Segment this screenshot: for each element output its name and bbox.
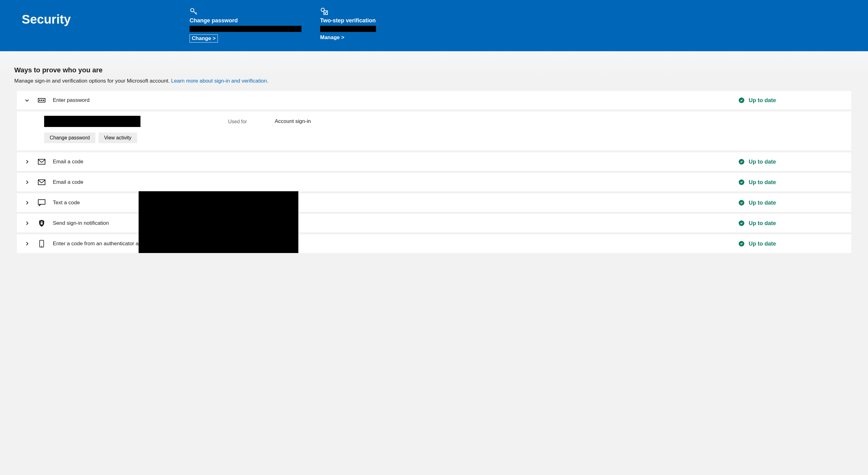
chevron-right-icon	[24, 159, 30, 164]
status-text: Up to date	[749, 220, 776, 227]
section-desc-text: Manage sign-in and verification options …	[14, 78, 171, 84]
status-text: Up to date	[749, 179, 776, 185]
svg-rect-12	[41, 223, 42, 225]
used-for-value: Account sign-in	[275, 111, 311, 143]
method-label: Enter password	[53, 97, 732, 103]
method-status: Up to date	[739, 97, 844, 104]
status-text: Up to date	[749, 241, 776, 247]
sms-icon	[37, 199, 46, 206]
phone-icon	[37, 240, 46, 247]
chevron-right-icon	[24, 241, 30, 246]
method-status: Up to date	[739, 220, 844, 227]
method-label: Email a code	[53, 179, 732, 185]
chevron-right-icon	[24, 200, 30, 205]
svg-line-2	[196, 12, 197, 13]
check-icon	[739, 159, 744, 165]
check-icon	[739, 179, 744, 185]
method-row-email[interactable]: Email a code Up to date	[17, 152, 851, 171]
change-password-card: Change password Change >	[190, 7, 302, 42]
main-content: Ways to prove who you are Manage sign-in…	[0, 51, 868, 253]
page-title: Security	[22, 7, 171, 26]
method-label: Email a code	[53, 159, 732, 165]
method-status: Up to date	[739, 159, 844, 165]
status-text: Up to date	[749, 200, 776, 206]
key-icon	[190, 7, 302, 15]
check-icon	[739, 98, 744, 103]
learn-more-link[interactable]: Learn more about sign-in and verificatio…	[171, 78, 269, 84]
mail-icon	[37, 158, 46, 166]
status-text: Up to date	[749, 159, 776, 165]
method-status: Up to date	[739, 200, 844, 206]
change-password-link[interactable]: Change >	[190, 34, 218, 42]
chevron-right-icon	[24, 221, 30, 226]
check-icon	[739, 220, 744, 226]
redacted-info	[320, 26, 376, 32]
manage-two-step-link[interactable]: Manage >	[320, 34, 432, 41]
svg-point-6	[39, 100, 40, 101]
svg-rect-11	[38, 200, 45, 204]
shield-check-icon	[320, 7, 432, 15]
method-row-email[interactable]: Email a code Up to date	[17, 173, 851, 192]
svg-point-0	[190, 8, 194, 12]
svg-rect-9	[38, 159, 45, 164]
redacted-info	[44, 116, 141, 127]
check-icon	[739, 200, 744, 206]
check-icon	[739, 241, 744, 246]
change-password-title: Change password	[190, 18, 302, 24]
svg-rect-10	[38, 180, 45, 185]
method-row-password[interactable]: Enter password Up to date	[17, 91, 851, 110]
view-activity-button[interactable]: View activity	[98, 133, 137, 143]
section-description: Manage sign-in and verification options …	[14, 78, 854, 84]
two-step-title: Two-step verification	[320, 18, 432, 24]
method-status: Up to date	[739, 241, 844, 247]
status-text: Up to date	[749, 97, 776, 104]
security-header: Security Change password Change > Two-st…	[0, 0, 868, 51]
redacted-info	[190, 26, 302, 32]
chevron-down-icon	[24, 98, 30, 103]
redacted-overlay	[138, 191, 298, 253]
method-status: Up to date	[739, 179, 844, 185]
shield-lock-icon	[37, 219, 46, 227]
used-for-label: Used for	[228, 111, 275, 143]
chevron-right-icon	[24, 180, 30, 185]
mail-icon	[37, 178, 46, 186]
change-password-button[interactable]: Change password	[44, 133, 95, 143]
svg-point-7	[41, 100, 42, 101]
section-title: Ways to prove who you are	[14, 66, 854, 74]
password-expanded-panel: Change password View activity Used for A…	[17, 111, 851, 150]
two-step-card: Two-step verification Manage >	[320, 7, 432, 41]
svg-point-8	[43, 100, 44, 101]
password-icon	[37, 97, 46, 104]
